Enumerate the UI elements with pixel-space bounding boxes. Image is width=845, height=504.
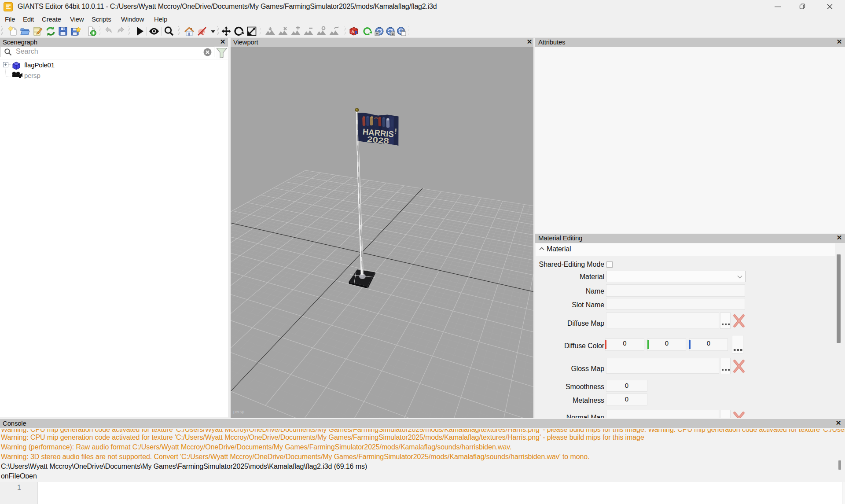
svg-text:A: A (352, 29, 355, 34)
svg-text:B: B (355, 30, 358, 35)
svg-text:persp: persp (233, 409, 244, 414)
